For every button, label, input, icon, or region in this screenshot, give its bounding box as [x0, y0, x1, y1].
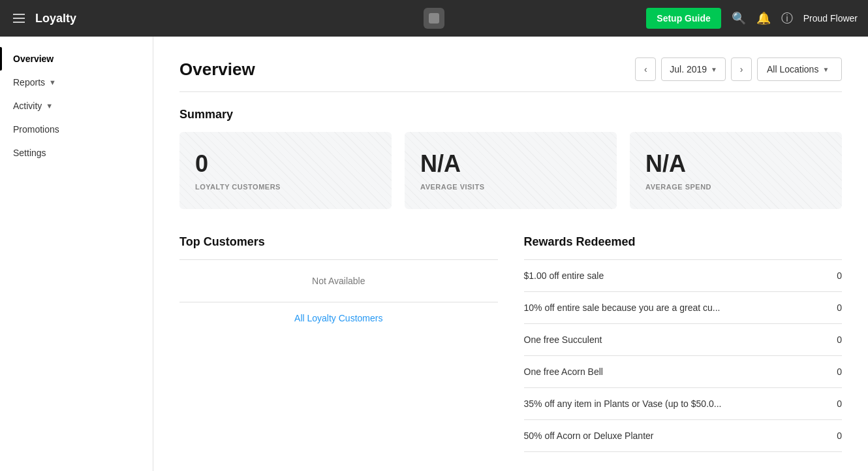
next-period-button[interactable]: › [731, 57, 752, 81]
sidebar: Overview Reports ▼ Activity ▼ Promotions… [0, 37, 153, 471]
average-spend-label: AVERAGE SPEND [645, 183, 826, 191]
search-icon[interactable]: 🔍 [732, 11, 746, 25]
topnav-left: Loyalty [10, 11, 293, 25]
summary-card-loyalty-customers: 0 LOYALTY CUSTOMERS [179, 132, 392, 209]
rewards-row-label: 35% off any item in Plants or Vase (up t… [524, 398, 829, 409]
sidebar-item-settings-label: Settings [13, 148, 46, 158]
rewards-row-label: $1.00 off entire sale [524, 270, 829, 281]
sidebar-item-overview[interactable]: Overview [0, 47, 153, 71]
rewards-row: One free Acorn Bell 0 [524, 356, 843, 388]
location-chevron-icon: ▼ [822, 66, 829, 73]
page-layout: Overview Reports ▼ Activity ▼ Promotions… [0, 0, 868, 471]
loyalty-customers-value: 0 [195, 150, 376, 178]
date-selector[interactable]: Jul. 2019 ▼ [661, 57, 726, 81]
average-visits-value: N/A [420, 150, 601, 178]
summary-card-average-visits: N/A AVERAGE VISITS [405, 132, 617, 209]
main-content: Overview ‹ Jul. 2019 ▼ › All Locations ▼… [153, 37, 868, 471]
reports-chevron-icon: ▼ [49, 78, 56, 86]
sidebar-item-promotions-label: Promotions [13, 124, 59, 135]
sidebar-item-activity[interactable]: Activity ▼ [0, 94, 153, 118]
sidebar-item-settings[interactable]: Settings [0, 141, 153, 165]
page-header: Overview ‹ Jul. 2019 ▼ › All Locations ▼ [179, 57, 842, 81]
sidebar-item-reports-label: Reports [13, 77, 45, 88]
loyalty-customers-label: LOYALTY CUSTOMERS [195, 183, 376, 191]
rewards-row: One free Succulent 0 [524, 324, 843, 356]
average-spend-value: N/A [645, 150, 826, 178]
topnav-center [293, 8, 576, 29]
date-chevron-icon: ▼ [711, 66, 717, 73]
user-name[interactable]: Proud Flower [803, 13, 858, 24]
summary-card-average-spend: N/A AVERAGE SPEND [630, 132, 842, 209]
rewards-row-label: One free Acorn Bell [524, 366, 829, 377]
hamburger-menu-button[interactable] [10, 11, 27, 25]
rewards-row-count: 0 [829, 334, 842, 345]
header-divider [179, 91, 842, 92]
rewards-row-label: 50% off Acorn or Deluxe Planter [524, 430, 829, 441]
page-title: Overview [179, 59, 255, 80]
rewards-row-count: 0 [829, 366, 842, 377]
top-customers-title: Top Customers [179, 235, 498, 249]
rewards-row: 50% off Acorn or Deluxe Planter 0 [524, 420, 843, 452]
rewards-row: $1.00 off entire sale 0 [524, 260, 843, 292]
rewards-row-count: 0 [829, 302, 842, 313]
summary-section: Summary 0 LOYALTY CUSTOMERS N/A AVERAGE … [179, 108, 842, 209]
sidebar-item-reports[interactable]: Reports ▼ [0, 71, 153, 94]
app-title: Loyalty [35, 12, 76, 25]
rewards-row-label: 10% off entire sale because you are a gr… [524, 302, 829, 313]
all-loyalty-customers-link[interactable]: All Loyalty Customers [179, 302, 498, 334]
header-controls: ‹ Jul. 2019 ▼ › All Locations ▼ [635, 57, 842, 81]
topnav-right: Setup Guide 🔍 🔔 ⓘ Proud Flower [575, 8, 858, 29]
sidebar-item-promotions[interactable]: Promotions [0, 118, 153, 141]
help-icon[interactable]: ⓘ [781, 10, 793, 26]
top-customers-not-available: Not Available [179, 260, 498, 302]
summary-title: Summary [179, 108, 842, 122]
prev-period-button[interactable]: ‹ [635, 57, 656, 81]
activity-chevron-icon: ▼ [46, 102, 53, 110]
notifications-icon[interactable]: 🔔 [756, 11, 771, 25]
rewards-row-count: 0 [829, 398, 842, 409]
rewards-row: 35% off any item in Plants or Vase (up t… [524, 388, 843, 420]
rewards-row-count: 0 [829, 430, 842, 441]
average-visits-label: AVERAGE VISITS [420, 183, 601, 191]
date-selector-label: Jul. 2019 [670, 64, 707, 74]
rewards-row: 10% off entire sale because you are a gr… [524, 292, 843, 324]
sidebar-item-overview-label: Overview [13, 54, 54, 64]
location-selector[interactable]: All Locations ▼ [757, 57, 842, 81]
rewards-row-count: 0 [829, 270, 842, 281]
square-logo [424, 8, 444, 29]
location-selector-label: All Locations [767, 64, 818, 74]
rewards-row-label: One free Succulent [524, 334, 829, 345]
setup-guide-button[interactable]: Setup Guide [646, 8, 721, 29]
top-customers-section: Top Customers Not Available All Loyalty … [179, 235, 498, 452]
summary-cards: 0 LOYALTY CUSTOMERS N/A AVERAGE VISITS N… [179, 132, 842, 209]
square-logo-inner [429, 13, 439, 24]
rewards-list: $1.00 off entire sale 0 10% off entire s… [524, 260, 843, 452]
two-column-section: Top Customers Not Available All Loyalty … [179, 235, 842, 452]
sidebar-item-activity-label: Activity [13, 101, 42, 111]
top-navigation: Loyalty Setup Guide 🔍 🔔 ⓘ Proud Flower [0, 0, 868, 37]
rewards-redeemed-title: Rewards Redeemed [524, 235, 843, 249]
rewards-redeemed-section: Rewards Redeemed $1.00 off entire sale 0… [524, 235, 843, 452]
